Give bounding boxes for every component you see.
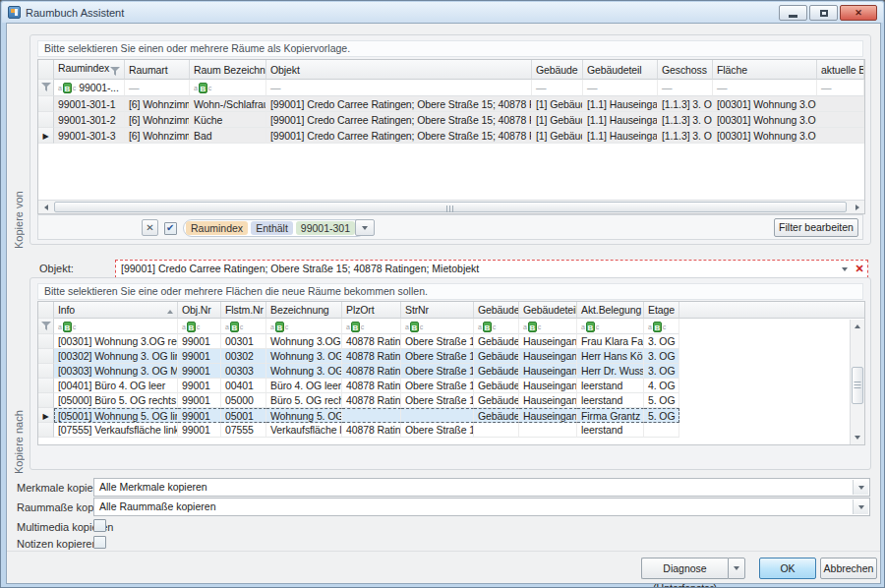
row-selector[interactable] xyxy=(38,423,54,438)
multimedia-checkbox[interactable] xyxy=(93,519,106,532)
row-selector[interactable]: ▶ xyxy=(38,408,54,423)
cell[interactable]: Hauseingang A xyxy=(519,334,577,349)
objekt-clear-button[interactable]: ✕ xyxy=(853,261,866,277)
filter-operator-chip[interactable]: Enthält xyxy=(251,221,293,235)
cell[interactable]: 99001-301-2 xyxy=(54,112,125,128)
title-bar[interactable]: Raumbuch Assistent ✕ xyxy=(2,2,883,23)
cell[interactable]: Obere Straße 15 xyxy=(401,379,474,393)
cell[interactable]: 99001 xyxy=(178,364,221,379)
cell[interactable]: 99001-301-3 xyxy=(54,128,125,144)
filter-cell[interactable]: aBc xyxy=(221,319,266,334)
column-header-gebäude[interactable]: Gebäude xyxy=(474,302,519,319)
cell[interactable]: [1.1.3] 3. OG xyxy=(658,128,713,144)
column-header-raumart[interactable]: Raumart xyxy=(125,60,190,80)
row-selector[interactable]: ▶ xyxy=(38,128,54,144)
row-selector[interactable] xyxy=(38,364,54,379)
filter-cell[interactable]: aBc99001-... xyxy=(54,80,125,96)
scroll-right-button[interactable] xyxy=(850,201,864,213)
cell[interactable]: [00301] Wohnung 3.OG rechts xyxy=(713,128,817,144)
table-row[interactable]: 99001-301-2[6] WohnzimmerKüche[99001] Cr… xyxy=(38,112,864,128)
column-header-objekt[interactable]: Objekt xyxy=(266,60,532,80)
column-header-geschoss[interactable]: Geschoss xyxy=(658,60,713,80)
cancel-button[interactable]: Abbrechen xyxy=(820,558,877,579)
filter-cell[interactable]: aBc xyxy=(342,319,401,334)
cell[interactable]: leerstand xyxy=(577,423,644,438)
cell[interactable]: [1.1] Hauseingang A xyxy=(583,128,658,144)
cell[interactable]: Küche xyxy=(190,112,266,128)
cell[interactable]: 99001 xyxy=(178,379,221,393)
cell[interactable]: Herr Hans Körner xyxy=(577,349,644,364)
cell[interactable]: Gebäude 1 xyxy=(474,408,519,423)
column-header-fläche[interactable]: Fläche xyxy=(713,60,817,80)
cell[interactable]: Verkaufsfläche links xyxy=(266,423,342,438)
cell[interactable]: 99001 xyxy=(178,423,221,438)
cell[interactable]: Obere Straße 15 xyxy=(401,423,474,438)
cell[interactable]: 40878 Ratingen xyxy=(342,379,401,393)
cell[interactable]: [00401] Büro 4. OG leer xyxy=(54,379,178,393)
column-header-info[interactable]: Info xyxy=(54,302,178,319)
cell[interactable]: [6] Wohnzimmer xyxy=(125,128,190,144)
cell[interactable]: Wohnung 3. OG links xyxy=(266,349,342,364)
cell[interactable] xyxy=(817,96,864,112)
cell[interactable]: [00301] Wohnung 3.OG rechts xyxy=(54,334,178,349)
cell[interactable]: 99001 xyxy=(178,349,221,364)
cell[interactable]: Firma Grantz xyxy=(577,408,644,423)
filter-cell[interactable]: — xyxy=(713,80,817,96)
notizen-checkbox[interactable] xyxy=(93,536,106,549)
ok-button[interactable]: OK xyxy=(759,558,816,579)
column-header-obj-nr[interactable]: Obj.Nr xyxy=(178,302,221,319)
cell[interactable]: 5. OG xyxy=(644,393,679,408)
cell[interactable]: Wohnung 3.OG rechts xyxy=(266,334,342,349)
filter-cell[interactable]: aBc xyxy=(266,319,342,334)
cell[interactable]: Gebäude 1 xyxy=(474,379,519,393)
diagnose-dropdown-button[interactable] xyxy=(728,558,745,579)
raummasse-combobox[interactable]: Alle Raummaße kopieren xyxy=(93,498,870,516)
table-row[interactable]: [00302] Wohnung 3. OG links9900100302Woh… xyxy=(38,349,864,364)
cell[interactable] xyxy=(644,423,679,438)
cell[interactable]: [1.1] Hauseingang A xyxy=(583,112,658,128)
minimize-button[interactable] xyxy=(779,5,807,21)
filter-cell[interactable]: — xyxy=(266,80,532,96)
column-header-raum-bezeichnung[interactable]: Raum Bezeichnung xyxy=(190,60,266,80)
cell[interactable]: Bad xyxy=(190,128,266,144)
cell[interactable]: 00301 xyxy=(221,334,266,349)
raummasse-dropdown-button[interactable] xyxy=(853,500,868,514)
cell[interactable]: [1.1.3] 3. OG xyxy=(658,96,713,112)
cell[interactable]: [00303] Wohnung 3. OG Mitte xyxy=(54,364,178,379)
cell[interactable]: Hauseingang A xyxy=(519,408,577,423)
filter-cell[interactable]: — xyxy=(817,80,864,96)
table-row[interactable]: 99001-301-1[6] WohnzimmerWohn-/Schlafrau… xyxy=(38,96,864,112)
cell[interactable]: 00303 xyxy=(221,364,266,379)
filter-cell[interactable]: — xyxy=(658,80,713,96)
cell[interactable]: [1] Gebäude 1 xyxy=(532,112,583,128)
table-row[interactable]: [07555] Verkaufsfläche links9900107555Ve… xyxy=(38,423,864,438)
cell[interactable]: Hauseingang A xyxy=(519,393,577,408)
cell[interactable]: 40878 Ratingen xyxy=(342,423,401,438)
maximize-button[interactable] xyxy=(809,5,838,21)
column-header-gebäudeteil[interactable]: Gebäudeteil xyxy=(583,60,658,80)
scrollbar-thumb[interactable] xyxy=(852,367,863,404)
cell[interactable]: Büro 4. OG leer xyxy=(266,379,342,393)
cell[interactable]: [00301] Wohnung 3.OG rechts xyxy=(713,96,817,112)
cell[interactable]: [99001] Credo Carree Ratingen; Obere Str… xyxy=(266,112,532,128)
cell[interactable]: 99001 xyxy=(178,334,221,349)
cell[interactable]: Hauseingang A xyxy=(519,364,577,379)
cell[interactable]: Gebäude 1 xyxy=(474,334,519,349)
cell[interactable]: Herr Dr. Wussow xyxy=(577,364,644,379)
cell[interactable]: [1] Gebäude 1 xyxy=(532,128,583,144)
cell[interactable]: 4. OG xyxy=(644,379,679,393)
column-header-gebäudeteil[interactable]: Gebäudeteil xyxy=(519,302,577,319)
cell[interactable]: 07555 xyxy=(221,423,266,438)
horizontal-scrollbar[interactable] xyxy=(38,200,864,213)
cell[interactable] xyxy=(342,408,401,423)
cell[interactable]: [1] Gebäude 1 xyxy=(532,96,583,112)
cell[interactable]: 99001-301-1 xyxy=(54,96,125,112)
cell[interactable]: 00302 xyxy=(221,349,266,364)
cell[interactable]: Obere Straße 15 xyxy=(401,393,474,408)
filter-cell[interactable]: — xyxy=(532,80,583,96)
cell[interactable]: Büro 5. OG rechts xyxy=(266,393,342,408)
cell[interactable]: Hauseingang A xyxy=(519,379,577,393)
cell[interactable]: [00302] Wohnung 3. OG links xyxy=(54,349,178,364)
column-header-akt-belegung[interactable]: Akt.Belegung xyxy=(577,302,644,319)
cell[interactable]: Frau Klara Fall xyxy=(577,334,644,349)
